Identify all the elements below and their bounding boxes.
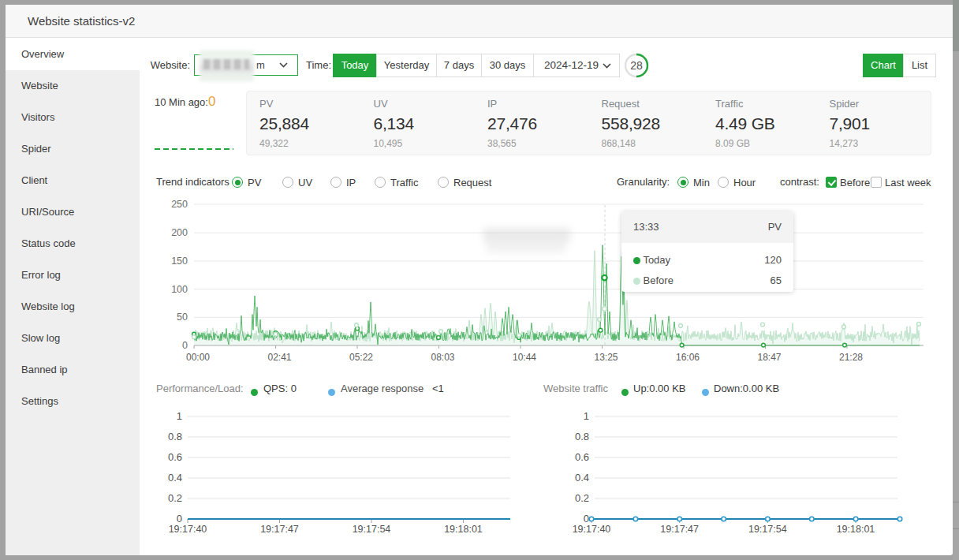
svg-text:13:25: 13:25 — [594, 352, 618, 363]
svg-text:19:17:47: 19:17:47 — [260, 524, 299, 535]
svg-text:250: 250 — [171, 199, 188, 210]
svg-text:50: 50 — [177, 312, 188, 323]
svg-text:0.8: 0.8 — [575, 431, 589, 442]
svg-text:19:17:47: 19:17:47 — [660, 524, 699, 535]
svg-text:200: 200 — [171, 227, 188, 238]
svg-text:150: 150 — [171, 256, 188, 267]
svg-text:1: 1 — [177, 410, 182, 422]
svg-text:18:47: 18:47 — [757, 352, 781, 363]
svg-text:19:17:54: 19:17:54 — [353, 524, 391, 535]
svg-text:0.4: 0.4 — [575, 472, 589, 483]
svg-text:0.6: 0.6 — [575, 451, 589, 463]
svg-text:0.4: 0.4 — [168, 472, 182, 483]
svg-text:19:17:40: 19:17:40 — [573, 524, 611, 535]
svg-text:100: 100 — [171, 284, 188, 295]
svg-text:0.2: 0.2 — [575, 492, 589, 504]
svg-text:1: 1 — [584, 410, 589, 422]
svg-text:00:00: 00:00 — [186, 352, 210, 363]
svg-text:0: 0 — [182, 340, 188, 351]
svg-text:16:06: 16:06 — [676, 352, 700, 363]
svg-text:21:28: 21:28 — [839, 352, 863, 363]
svg-text:0.8: 0.8 — [168, 431, 182, 442]
svg-text:0.6: 0.6 — [168, 451, 182, 463]
svg-text:08:03: 08:03 — [431, 352, 454, 363]
svg-text:0: 0 — [177, 513, 182, 525]
svg-text:0.2: 0.2 — [168, 492, 182, 504]
svg-text:10:44: 10:44 — [513, 352, 536, 363]
svg-text:19:18:01: 19:18:01 — [444, 524, 483, 535]
svg-text:02:41: 02:41 — [267, 352, 291, 363]
svg-text:28: 28 — [630, 59, 643, 72]
svg-text:05:22: 05:22 — [349, 352, 373, 363]
svg-text:19:18:01: 19:18:01 — [837, 524, 875, 535]
svg-text:0: 0 — [584, 513, 589, 525]
svg-text:19:17:40: 19:17:40 — [169, 524, 207, 535]
svg-text:19:17:54: 19:17:54 — [748, 524, 787, 535]
